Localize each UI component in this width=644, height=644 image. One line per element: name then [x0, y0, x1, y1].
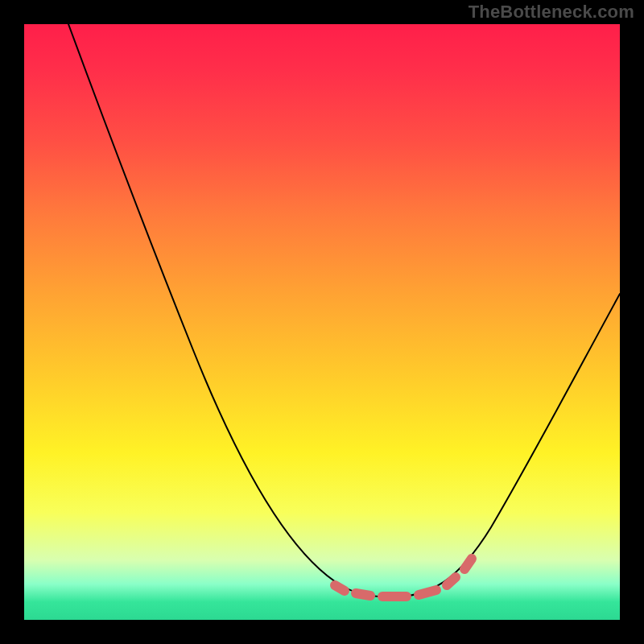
valley-markers [335, 559, 472, 597]
plot-area [24, 24, 620, 620]
valley-seg-3 [419, 590, 436, 595]
valley-seg-5 [464, 559, 472, 569]
chart-svg [24, 24, 620, 620]
watermark-text: TheBottleneck.com [469, 2, 634, 23]
bottleneck-curve [68, 24, 620, 597]
valley-seg-0 [335, 585, 345, 591]
chart-frame: TheBottleneck.com [0, 0, 644, 644]
valley-seg-4 [447, 577, 456, 585]
valley-seg-1 [356, 593, 370, 596]
